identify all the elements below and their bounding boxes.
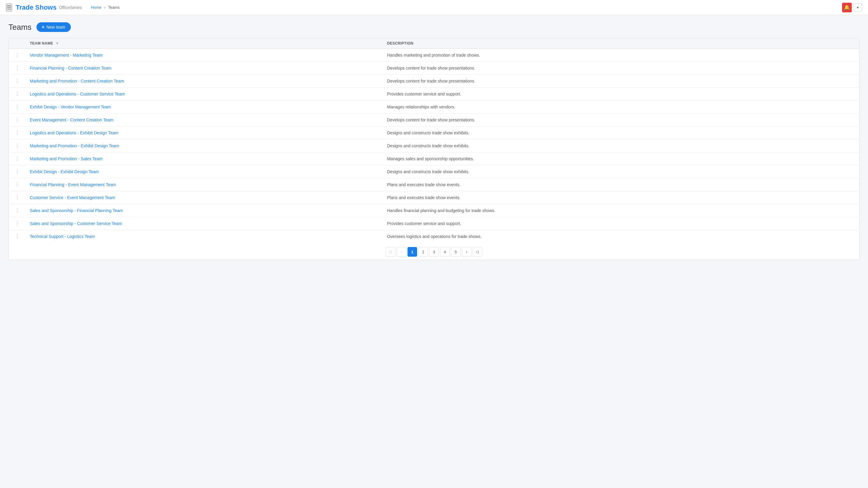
team-name-link[interactable]: Financial Planning - Content Creation Te…	[30, 66, 112, 70]
row-desc-cell: Develops content for trade show presenta…	[383, 62, 859, 75]
app-title: Trade Shows	[16, 4, 57, 11]
pagination-next[interactable]: ›	[462, 247, 471, 257]
table-row: ⋮ Customer Service - Event Management Te…	[9, 191, 859, 204]
row-menu-button[interactable]: ⋮	[13, 143, 22, 149]
teams-table: TEAM NAME ▼ DESCRIPTION ⋮ Vendor Managem…	[9, 38, 859, 243]
team-name-link[interactable]: Technical Support - Logistics Team	[30, 234, 95, 239]
team-description: Plans and executes trade show events.	[387, 182, 461, 187]
header-actions: 🔔 ▾	[842, 3, 862, 12]
new-team-label: New team	[46, 25, 65, 30]
table-row: ⋮ Sales and Sponsorship - Financial Plan…	[9, 204, 859, 217]
row-name-cell: Marketing and Promotion - Sales Team	[26, 153, 383, 165]
row-menu-button[interactable]: ⋮	[13, 130, 22, 136]
row-desc-cell: Plans and executes trade show events.	[383, 191, 859, 204]
new-team-plus-icon: +	[42, 24, 44, 30]
row-actions-cell: ⋮	[9, 49, 26, 62]
team-description: Provides customer service and support.	[387, 92, 461, 96]
pagination-page-1[interactable]: 1	[407, 247, 417, 257]
team-name-link[interactable]: Marketing and Promotion - Exhibit Design…	[30, 143, 119, 148]
table-row: ⋮ Exhibit Design - Vendor Management Tea…	[9, 101, 859, 113]
teams-table-container: TEAM NAME ▼ DESCRIPTION ⋮ Vendor Managem…	[8, 38, 860, 260]
team-name-link[interactable]: Customer Service - Event Management Team	[30, 195, 115, 200]
team-description: Manages sales and sponsorship opportunit…	[387, 156, 474, 161]
header: ☰ Trade Shows OfficeSeries Home » Teams …	[0, 0, 868, 15]
row-desc-cell: Provides customer service and support.	[383, 88, 859, 101]
team-name-link[interactable]: Vendor Management - Marketing Team	[30, 53, 103, 58]
pagination-page-2[interactable]: 2	[418, 247, 428, 257]
page-title: Teams	[8, 23, 32, 32]
table-row: ⋮ Logistics and Operations - Exhibit Des…	[9, 127, 859, 139]
row-desc-cell: Designs and constructs trade show exhibi…	[383, 165, 859, 178]
team-name-link[interactable]: Financial Planning - Event Management Te…	[30, 182, 116, 187]
row-menu-button[interactable]: ⋮	[13, 169, 22, 175]
new-team-button[interactable]: + New team	[36, 22, 71, 32]
team-description: Designs and constructs trade show exhibi…	[387, 130, 469, 135]
row-actions-cell: ⋮	[9, 139, 26, 153]
row-menu-button[interactable]: ⋮	[13, 221, 22, 227]
team-name-link[interactable]: Logistics and Operations - Customer Serv…	[30, 92, 125, 96]
menu-icon[interactable]: ☰	[6, 4, 12, 11]
pagination-page-4[interactable]: 4	[440, 247, 450, 257]
team-name-link[interactable]: Sales and Sponsorship - Financial Planni…	[30, 208, 123, 213]
row-name-cell: Marketing and Promotion - Content Creati…	[26, 75, 383, 88]
col-header-actions	[9, 38, 26, 49]
row-name-cell: Sales and Sponsorship - Financial Planni…	[26, 204, 383, 217]
row-desc-cell: Designs and constructs trade show exhibi…	[383, 139, 859, 153]
header-dropdown-button[interactable]: ▾	[854, 3, 862, 12]
team-name-link[interactable]: Marketing and Promotion - Sales Team	[30, 156, 103, 161]
team-name-link[interactable]: Exhibit Design - Exhibit Design Team	[30, 169, 99, 174]
row-actions-cell: ⋮	[9, 230, 26, 243]
row-desc-cell: Manages relationships with vendors.	[383, 101, 859, 113]
row-actions-cell: ⋮	[9, 178, 26, 191]
table-row: ⋮ Sales and Sponsorship - Customer Servi…	[9, 217, 859, 230]
table-row: ⋮ Marketing and Promotion - Exhibit Desi…	[9, 139, 859, 153]
breadcrumb-separator: »	[104, 5, 106, 10]
row-name-cell: Exhibit Design - Vendor Management Team	[26, 101, 383, 113]
pagination-first[interactable]: ⟨⟨	[386, 247, 396, 257]
row-desc-cell: Manages sales and sponsorship opportunit…	[383, 153, 859, 165]
row-menu-button[interactable]: ⋮	[13, 156, 22, 162]
row-menu-button[interactable]: ⋮	[13, 233, 22, 239]
table-row: ⋮ Marketing and Promotion - Sales Team M…	[9, 153, 859, 165]
row-name-cell: Logistics and Operations - Customer Serv…	[26, 88, 383, 101]
row-menu-button[interactable]: ⋮	[13, 195, 22, 201]
table-row: ⋮ Technical Support - Logistics Team Ove…	[9, 230, 859, 243]
table-row: ⋮ Financial Planning - Event Management …	[9, 178, 859, 191]
row-menu-button[interactable]: ⋮	[13, 52, 22, 58]
page-content: Teams + New team TEAM NAME ▼ DESCRIPTION	[0, 15, 868, 267]
row-actions-cell: ⋮	[9, 191, 26, 204]
row-menu-button[interactable]: ⋮	[13, 78, 22, 84]
breadcrumb-home[interactable]: Home	[91, 5, 101, 10]
team-name-link[interactable]: Exhibit Design - Vendor Management Team	[30, 104, 111, 109]
row-name-cell: Financial Planning - Content Creation Te…	[26, 62, 383, 75]
pagination-last[interactable]: ›⟩	[472, 247, 482, 257]
row-menu-button[interactable]: ⋮	[13, 117, 22, 123]
row-name-cell: Exhibit Design - Exhibit Design Team	[26, 165, 383, 178]
row-actions-cell: ⋮	[9, 101, 26, 113]
team-name-link[interactable]: Event Management - Content Creation Team	[30, 118, 114, 122]
page-title-row: Teams + New team	[8, 22, 860, 32]
col-header-name: TEAM NAME ▼	[26, 38, 383, 49]
pagination-page-5[interactable]: 5	[451, 247, 461, 257]
row-menu-button[interactable]: ⋮	[13, 91, 22, 97]
col-header-desc: DESCRIPTION	[383, 38, 859, 49]
team-name-link[interactable]: Logistics and Operations - Exhibit Desig…	[30, 130, 119, 135]
filter-icon[interactable]: ▼	[56, 41, 59, 45]
notification-button[interactable]: 🔔	[842, 3, 852, 12]
row-menu-button[interactable]: ⋮	[13, 65, 22, 71]
row-actions-cell: ⋮	[9, 113, 26, 127]
row-menu-button[interactable]: ⋮	[13, 182, 22, 188]
pagination-page-3[interactable]: 3	[429, 247, 439, 257]
row-desc-cell: Provides customer service and support.	[383, 217, 859, 230]
row-menu-button[interactable]: ⋮	[13, 104, 22, 110]
row-menu-button[interactable]: ⋮	[13, 207, 22, 214]
table-row: ⋮ Marketing and Promotion - Content Crea…	[9, 75, 859, 88]
pagination-prev[interactable]: ‹	[397, 247, 406, 257]
app-subtitle: OfficeSeries	[59, 5, 82, 10]
breadcrumb: Home » Teams	[91, 5, 120, 10]
table-row: ⋮ Event Management - Content Creation Te…	[9, 113, 859, 127]
team-name-link[interactable]: Marketing and Promotion - Content Creati…	[30, 78, 124, 84]
team-name-link[interactable]: Sales and Sponsorship - Customer Service…	[30, 221, 122, 226]
row-desc-cell: Plans and executes trade show events.	[383, 178, 859, 191]
teams-tbody: ⋮ Vendor Management - Marketing Team Han…	[9, 49, 859, 243]
